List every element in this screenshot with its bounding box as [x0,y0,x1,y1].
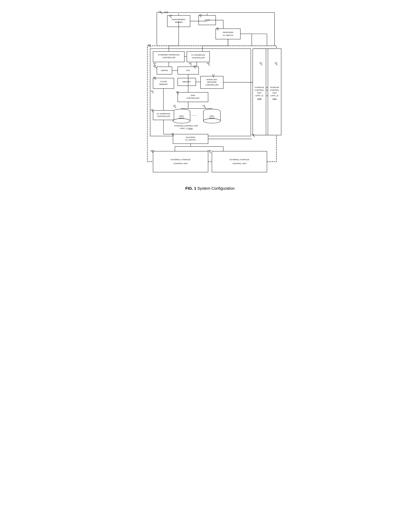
scu2-col-label-1: STORAGE [255,87,264,89]
disk-ctrl-label-1: DISK [191,94,195,96]
nvram-label: NVRAM [161,69,168,71]
fc-top-label-2: CONTROLLER [192,57,205,59]
ref-104: 104 [153,65,156,67]
ref-103: 103 [193,65,196,67]
ext1-label-2: CONTROL UNIT [174,162,188,165]
fc-top-label-1: FC INTERFACE [192,54,205,56]
fc-bottom-label-1: FC INTERFACE [157,113,170,115]
ref-108-top: 108 [207,62,210,64]
lan-label: LAN [164,11,168,13]
figure-caption: FIG. 1 System Configuration [138,186,282,191]
lan-ref: 170 [158,10,161,12]
dd2-label-2: DRIVE [209,117,215,119]
ext-storage-2-box [212,151,267,172]
ext2-label-2: CONTROL UNIT [232,162,247,165]
dd1-label-1: DISK [179,115,184,117]
dd2-label-1: DISK [210,115,214,117]
inter-label-3: CONTROLLER [206,84,218,86]
scu1-label: STORAGE CONTROL UNIT [174,125,198,127]
ref-111: 111 [151,90,154,92]
cpu-label: CPU [186,69,190,71]
disk-ctrl-label-2: CONTROLLER [186,97,199,99]
ref-120: 120 [171,133,174,135]
memory-label: MEMORY [182,81,191,83]
inter-label-1: INTER-UNIT [207,79,217,81]
inter-label-2: NETWORK [207,81,217,83]
ref-105: 105 [153,77,156,79]
ext1-label-1: EXTERNAL STORAGE [171,159,191,161]
scu3-col-label-3: UNIT [272,92,277,94]
ref-112: 112 [212,74,215,76]
scu2-col-label-3: UNIT [257,92,262,94]
cache-label-2: MEMORY [159,83,168,85]
ref-106: 106 [176,91,179,93]
scu3-col-label-1: STORAGE [270,87,279,89]
fig-label: FIG. 1 [185,186,196,191]
cache-label-1: CACHE [160,80,167,83]
scu3-col-label-id: 101c [273,97,277,100]
frontend-ref: 140 [216,27,219,29]
diagram-area: text { font-family: Arial, sans-serif; }… [138,8,282,183]
scu2-col-label-2: CONTROL [255,89,264,91]
dots-between-drives: ........ [191,114,197,116]
ext2-label-1: EXTERNAL STORAGE [229,159,249,161]
backend-label-2: FC SWITCH [185,139,196,141]
eth-label-1: ETHERNET INTERFACE [158,54,180,56]
fc-bottom-label-2: CONTROLLER [157,115,170,117]
mgmt-label-1: MANAGEMENT [172,18,186,20]
frontend-label-1: FRONTEND [223,31,233,33]
ref-113b: 113 [259,62,262,64]
eth-label-2: CONTROLLER [162,56,175,59]
fig-title: System Configuration [197,186,235,191]
ref-130b: 130b [207,150,211,152]
ref-108-bottom: 108 [151,109,154,111]
mgmt-ref: 160 [169,15,172,17]
frontend-label-2: FC SWITCH [223,34,233,36]
host-ref: 150 [199,14,202,16]
main-diagram: text { font-family: Arial, sans-serif; }… [138,8,282,183]
page: text { font-family: Arial, sans-serif; }… [134,4,286,195]
ext-storage-1-box [153,151,208,172]
backend-label-1: BACKEND [186,136,195,138]
ref-113c: 113 [275,62,277,64]
scu2-col-label-id: 101b [257,97,261,100]
ref-110: 110 [153,62,156,64]
scu3-col-label-2: CONTROL [270,89,279,91]
scu3-col-label-4: (UNIT_3) [271,95,278,96]
scu2-col-label-4: (UNIT_2) [255,95,263,96]
host-label: HOST [205,19,210,21]
scu1-label-unit: (UNIT_1) 101a [180,127,193,129]
ref-107b: 107 [202,105,205,106]
dd1-label-2: DRIVE [179,117,185,119]
